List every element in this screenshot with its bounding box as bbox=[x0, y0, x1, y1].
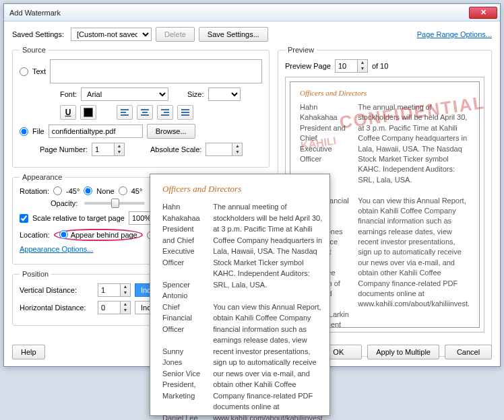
float-doc-heading: Officers and Directors bbox=[162, 184, 317, 195]
text-input[interactable] bbox=[50, 59, 262, 83]
rotation-none-radio[interactable] bbox=[84, 186, 92, 195]
page-number-input[interactable] bbox=[92, 143, 115, 156]
text-color-button[interactable] bbox=[80, 105, 96, 120]
preview-of-label: of 10 bbox=[372, 62, 388, 70]
titlebar[interactable]: Add Watermark ✕ bbox=[4, 4, 500, 22]
saved-settings-label: Saved Settings: bbox=[12, 30, 64, 38]
source-group: Source Text Font: Arial Size: U bbox=[12, 46, 270, 168]
source-text-radio[interactable] bbox=[20, 67, 28, 76]
location-behind-label: Appear behind page bbox=[71, 231, 137, 239]
spin-up[interactable]: ▲ bbox=[115, 143, 124, 149]
rotation-45-radio[interactable] bbox=[119, 186, 127, 195]
source-legend: Source bbox=[20, 46, 49, 54]
align-right-button[interactable] bbox=[157, 105, 173, 120]
location-label: Location: bbox=[20, 231, 50, 239]
source-text-label: Text bbox=[32, 67, 46, 75]
delete-button[interactable]: Delete bbox=[156, 27, 195, 42]
hdist-input[interactable] bbox=[98, 301, 121, 314]
opacity-label: Opacity: bbox=[51, 199, 77, 207]
source-file-label: File bbox=[32, 127, 44, 135]
window-title: Add Watermark bbox=[9, 9, 469, 17]
appearance-legend: Appearance bbox=[20, 173, 65, 181]
source-file-radio[interactable] bbox=[20, 127, 28, 136]
scale-relative-label: Scale relative to target page bbox=[32, 214, 125, 222]
absolute-scale-label: Absolute Scale: bbox=[150, 145, 201, 153]
rotation-neg45-radio[interactable] bbox=[53, 186, 62, 195]
close-button[interactable]: ✕ bbox=[469, 7, 497, 19]
cancel-button[interactable]: Cancel bbox=[445, 345, 492, 359]
opacity-slider[interactable] bbox=[84, 202, 145, 205]
font-label: Font: bbox=[60, 90, 77, 98]
save-settings-button[interactable]: Save Settings... bbox=[199, 27, 268, 42]
font-select[interactable]: Arial bbox=[81, 88, 168, 101]
underline-button[interactable]: U bbox=[60, 105, 76, 120]
align-justify-button[interactable] bbox=[177, 105, 193, 120]
align-center-button[interactable] bbox=[137, 105, 153, 120]
size-label: Size: bbox=[187, 90, 203, 98]
rotation-label: Rotation: bbox=[20, 187, 49, 195]
appearance-options-link[interactable]: Appearance Options... bbox=[20, 245, 93, 253]
preview-doc-heading: Officers and Directors bbox=[300, 89, 470, 97]
page-number-label: Page Number: bbox=[40, 145, 88, 153]
preview-page-label: Preview Page bbox=[285, 62, 331, 70]
highlighted-option: Appear behind page bbox=[54, 229, 143, 241]
saved-settings-select[interactable]: [Custom-not saved] bbox=[71, 28, 152, 41]
vdist-label: Vertical Distance: bbox=[20, 286, 94, 294]
location-behind-radio[interactable] bbox=[59, 230, 68, 239]
browse-button[interactable]: Browse... bbox=[147, 124, 195, 139]
preview-page-input[interactable] bbox=[335, 59, 358, 73]
vdist-input[interactable] bbox=[98, 283, 121, 297]
size-select[interactable] bbox=[208, 88, 241, 101]
absolute-scale-input[interactable] bbox=[206, 143, 232, 156]
apply-multiple-button[interactable]: Apply to Multiple bbox=[367, 345, 439, 359]
preview-legend: Preview bbox=[285, 46, 317, 54]
result-document-preview: Officers and Directors Hahn KahakahaaPre… bbox=[150, 174, 330, 416]
position-legend: Position bbox=[20, 270, 51, 278]
page-range-options-link[interactable]: Page Range Options... bbox=[417, 30, 492, 38]
spin-down[interactable]: ▼ bbox=[115, 149, 124, 155]
align-left-button[interactable] bbox=[117, 105, 133, 120]
file-path-input[interactable] bbox=[49, 125, 143, 138]
scale-relative-checkbox[interactable] bbox=[20, 214, 28, 223]
help-button[interactable]: Help bbox=[12, 345, 45, 359]
hdist-label: Horizontal Distance: bbox=[20, 304, 94, 312]
